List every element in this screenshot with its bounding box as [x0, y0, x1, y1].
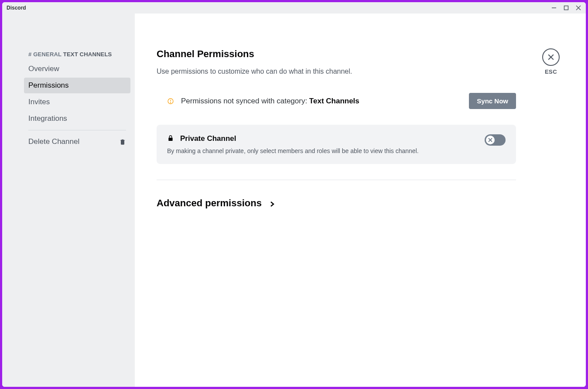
sidebar-item-integrations[interactable]: Integrations: [24, 111, 130, 126]
sidebar-item-invites[interactable]: Invites: [24, 94, 130, 110]
private-channel-description: By making a channel private, only select…: [167, 147, 485, 154]
sync-text: Permissions not synced with category: Te…: [181, 97, 359, 106]
sidebar-item-permissions[interactable]: Permissions: [24, 78, 130, 93]
private-channel-toggle[interactable]: [485, 134, 506, 146]
private-channel-card: Private Channel By making a channel priv…: [157, 125, 516, 164]
settings-sidebar: # GENERAL TEXT CHANNELS Overview Permiss…: [2, 14, 135, 387]
advanced-permissions-button[interactable]: Advanced permissions: [157, 198, 564, 209]
sidebar-header: # GENERAL TEXT CHANNELS: [24, 48, 130, 60]
sidebar-item-delete-channel[interactable]: Delete Channel: [24, 134, 130, 150]
sidebar-item-overview[interactable]: Overview: [24, 61, 130, 77]
toggle-knob: [486, 136, 495, 144]
sidebar-header-suffix: TEXT CHANNELS: [63, 51, 112, 58]
channel-hash-icon: # GENERAL: [28, 51, 62, 58]
chevron-right-icon: [270, 201, 275, 206]
sync-text-prefix: Permissions not synced with category:: [181, 97, 309, 105]
sidebar-item-label: Integrations: [28, 114, 67, 123]
app-title: Discord: [7, 5, 26, 11]
toggle-off-icon: [488, 137, 493, 143]
private-card-left: Private Channel By making a channel priv…: [167, 134, 485, 154]
advanced-permissions-title: Advanced permissions: [157, 198, 262, 209]
sidebar-item-label: Permissions: [28, 81, 69, 90]
lock-icon: [167, 135, 174, 143]
maximize-icon[interactable]: [563, 5, 569, 11]
esc-label: ESC: [542, 68, 560, 75]
close-icon[interactable]: [575, 5, 581, 11]
sidebar-item-label: Delete Channel: [28, 137, 79, 146]
svg-rect-1: [564, 6, 568, 10]
close-icon: [547, 53, 555, 61]
window-controls: [551, 5, 581, 11]
page-title: Channel Permissions: [157, 48, 564, 60]
sync-now-button[interactable]: Sync Now: [469, 93, 516, 109]
sidebar-item-label: Invites: [28, 98, 50, 106]
sync-notice-left: Permissions not synced with category: Te…: [167, 97, 359, 106]
sync-category-name: Text Channels: [309, 97, 359, 105]
app-window: Discord # GENERAL TEXT CHANNELS Overview: [2, 2, 586, 387]
warning-icon: [167, 98, 174, 105]
content-layout: # GENERAL TEXT CHANNELS Overview Permiss…: [2, 14, 586, 387]
close-button[interactable]: [542, 48, 560, 66]
titlebar: Discord: [2, 2, 586, 14]
trash-icon: [119, 138, 126, 145]
private-title-row: Private Channel: [167, 134, 485, 143]
svg-point-8: [170, 102, 171, 102]
private-channel-title: Private Channel: [180, 134, 236, 143]
close-settings: ESC: [542, 48, 560, 75]
sync-notice: Permissions not synced with category: Te…: [157, 93, 516, 109]
scrollbar[interactable]: [581, 14, 586, 387]
main-content: ESC Channel Permissions Use permissions …: [135, 14, 581, 387]
page-subtitle: Use permissions to customize who can do …: [157, 68, 564, 75]
sidebar-item-label: Overview: [28, 65, 59, 73]
sidebar-separator: [28, 130, 126, 130]
section-divider: [157, 180, 516, 180]
minimize-icon[interactable]: [551, 5, 557, 11]
